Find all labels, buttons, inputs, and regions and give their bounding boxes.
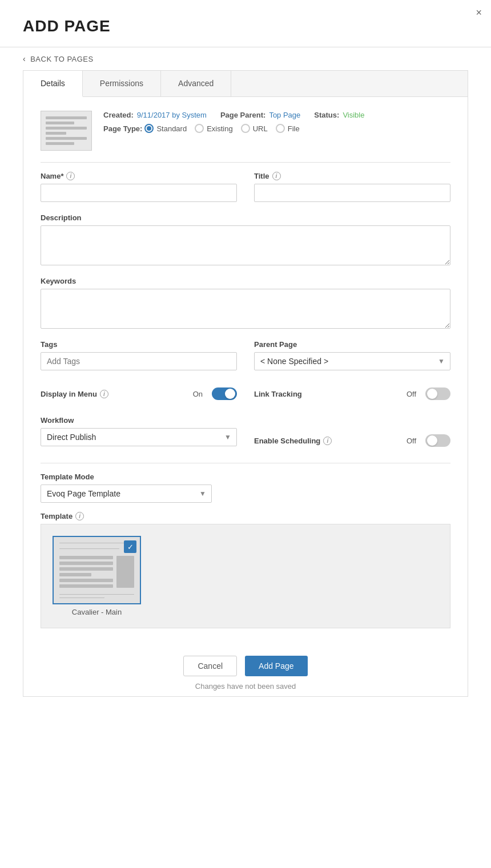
page-type-label: Page Type: <box>103 124 142 133</box>
radio-circle-url <box>241 124 250 133</box>
radio-circle-existing <box>195 124 204 133</box>
back-chevron-icon: ‹ <box>23 54 26 63</box>
form-row-tags-parent: Tags Parent Page < None Specified > ▼ <box>41 340 450 370</box>
enable-scheduling-knob <box>427 435 437 446</box>
form-group-title: Title i <box>254 172 450 202</box>
enable-scheduling-state: Off <box>407 437 416 445</box>
enable-scheduling-toggle[interactable] <box>425 434 450 447</box>
form-group-description: Description <box>41 213 450 265</box>
main-container: Details Permissions Advanced Created: 9/… <box>23 70 468 697</box>
display-in-menu-toggle[interactable] <box>212 387 237 400</box>
meta-row: Created: 9/11/2017 by System Page Parent… <box>41 111 450 151</box>
page-title: ADD PAGE <box>0 0 491 47</box>
parent-page-select-wrapper: < None Specified > ▼ <box>254 352 450 370</box>
created-label: Created: <box>103 111 134 119</box>
tab-details[interactable]: Details <box>23 71 83 97</box>
form-group-name: Name* i <box>41 172 237 202</box>
form-row-name-title: Name* i Title i <box>41 172 450 202</box>
radio-url[interactable]: URL <box>241 124 268 133</box>
col-display-menu: Display in Menu i On <box>41 382 237 406</box>
template-item-cavalier-main[interactable]: ✓ <box>53 536 141 616</box>
template-mode-label: Template Mode <box>41 473 450 481</box>
tabs-bar: Details Permissions Advanced <box>23 71 468 97</box>
col-enable-scheduling: Enable Scheduling i Off <box>237 416 450 453</box>
thumb-line-5 <box>46 137 87 140</box>
template-check-icon: ✓ <box>124 540 136 553</box>
radio-file[interactable]: File <box>276 124 300 133</box>
description-label: Description <box>41 213 450 222</box>
close-button[interactable]: × <box>476 7 482 19</box>
display-menu-label-group: Display in Menu i <box>41 390 108 398</box>
status-value: Visible <box>343 111 364 119</box>
display-menu-toggle-group: On <box>193 387 237 400</box>
tab-content-details: Created: 9/11/2017 by System Page Parent… <box>23 97 468 642</box>
thumb-line-6 <box>46 142 74 145</box>
status-label: Status: <box>314 111 339 119</box>
name-info-icon[interactable]: i <box>66 172 75 180</box>
template-grid: ✓ <box>41 524 450 628</box>
tags-label: Tags <box>41 340 237 349</box>
tab-permissions[interactable]: Permissions <box>83 71 161 96</box>
display-menu-knob <box>225 389 235 399</box>
unsaved-message: Changes have not been saved <box>195 682 296 691</box>
page-parent-label: Page Parent: <box>220 111 265 119</box>
template-info-icon[interactable]: i <box>75 512 84 520</box>
meta-info-row-created: Created: 9/11/2017 by System Page Parent… <box>103 111 364 119</box>
tags-input[interactable] <box>41 352 237 370</box>
enable-scheduling-toggle-group: Off <box>407 434 450 447</box>
link-tracking-label: Link Tracking <box>254 390 302 398</box>
radio-group-page-type: Standard Existing URL File <box>144 124 299 133</box>
template-mode-select-wrapper: Evoq Page Template ▼ <box>41 485 212 503</box>
btn-row: Cancel Add Page <box>183 656 307 676</box>
display-menu-state: On <box>193 390 203 398</box>
parent-page-select[interactable]: < None Specified > <box>254 352 450 370</box>
section-divider-2 <box>41 463 450 463</box>
link-tracking-toggle[interactable] <box>425 387 450 400</box>
thumb-line-1 <box>46 116 87 119</box>
name-input[interactable] <box>41 184 237 202</box>
template-label: Template i <box>41 512 450 520</box>
back-to-pages-link[interactable]: ‹ BACK TO PAGES <box>0 47 491 70</box>
display-menu-info-icon[interactable]: i <box>100 390 108 398</box>
form-group-parent-page: Parent Page < None Specified > ▼ <box>254 340 450 370</box>
link-tracking-toggle-group: Off <box>407 387 450 400</box>
template-section: Template Mode Evoq Page Template ▼ Templ… <box>41 473 450 628</box>
page-thumbnail <box>41 111 92 151</box>
workflow-label: Workflow <box>41 416 237 425</box>
enable-scheduling-label-group: Enable Scheduling i <box>254 437 332 445</box>
created-value: 9/11/2017 by System <box>137 111 207 119</box>
add-page-button[interactable]: Add Page <box>245 656 308 676</box>
page-parent-value: Top Page <box>269 111 300 119</box>
template-mode-select[interactable]: Evoq Page Template <box>41 485 212 503</box>
link-tracking-knob <box>427 389 437 399</box>
radio-circle-file <box>276 124 285 133</box>
description-textarea[interactable] <box>41 225 450 265</box>
page-type-row: Page Type: Standard Existing URL <box>103 124 364 133</box>
enable-scheduling-label: Enable Scheduling <box>254 437 320 445</box>
meta-info: Created: 9/11/2017 by System Page Parent… <box>103 111 364 133</box>
back-label: BACK TO PAGES <box>30 55 94 63</box>
radio-existing[interactable]: Existing <box>195 124 233 133</box>
cancel-button[interactable]: Cancel <box>183 656 237 676</box>
control-row-enable-scheduling: Enable Scheduling i Off <box>254 429 450 453</box>
col-workflow: Workflow Direct Publish ▼ <box>41 416 237 453</box>
radio-standard[interactable]: Standard <box>144 124 187 133</box>
keywords-label: Keywords <box>41 277 450 285</box>
template-name: Cavalier - Main <box>53 608 141 616</box>
form-group-keywords: Keywords <box>41 277 450 329</box>
keywords-textarea[interactable] <box>41 289 450 329</box>
section-divider-1 <box>41 162 450 163</box>
form-group-tags: Tags <box>41 340 237 370</box>
control-row-display-menu: Display in Menu i On <box>41 382 237 406</box>
tab-advanced[interactable]: Advanced <box>161 71 231 96</box>
template-thumb: ✓ <box>53 536 141 604</box>
row-workflow-scheduling: Workflow Direct Publish ▼ Enable Schedul… <box>41 416 450 453</box>
workflow-select[interactable]: Direct Publish <box>41 428 237 446</box>
display-in-menu-label: Display in Menu <box>41 390 97 398</box>
title-input[interactable] <box>254 184 450 202</box>
enable-scheduling-info-icon[interactable]: i <box>323 437 332 445</box>
thumb-line-2 <box>46 122 74 124</box>
template-mode-row: Template Mode Evoq Page Template ▼ <box>41 473 450 503</box>
title-info-icon[interactable]: i <box>272 172 281 180</box>
workflow-select-wrapper: Direct Publish ▼ <box>41 428 237 446</box>
